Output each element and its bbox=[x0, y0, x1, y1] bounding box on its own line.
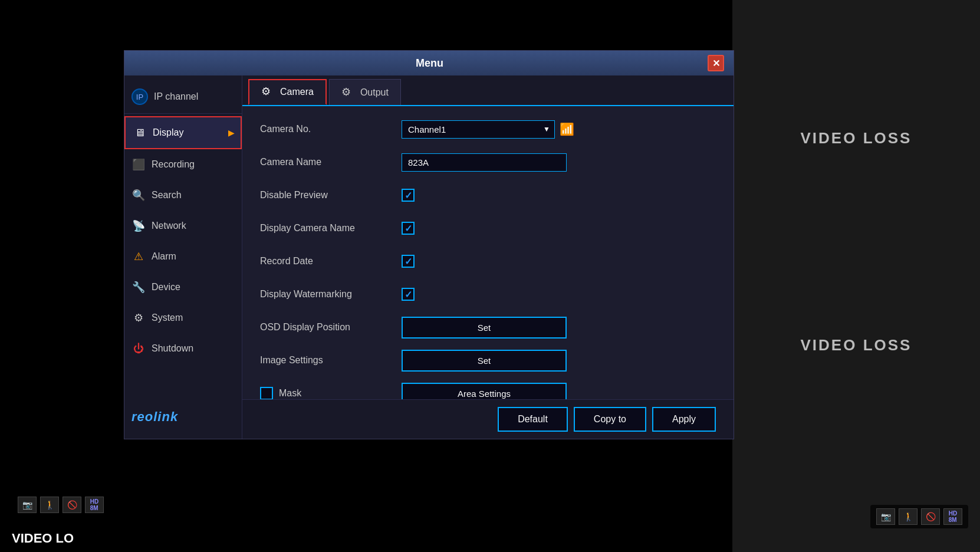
display-camera-name-checkbox[interactable] bbox=[402, 222, 415, 235]
camera-tab-icon: ⚙ bbox=[261, 85, 275, 99]
sidebar-item-label-system: System bbox=[152, 313, 183, 323]
status-icons-right: 📷 🚶 🚫 HD8M bbox=[870, 505, 968, 528]
sidebar-item-search[interactable]: 🔍 Search bbox=[124, 180, 242, 211]
mask-section-label: Mask bbox=[260, 387, 402, 399]
sidebar-item-ip-channel[interactable]: IP IP channel bbox=[124, 80, 242, 114]
recording-icon: ⬛ bbox=[131, 157, 146, 172]
network-icon: 📡 bbox=[131, 219, 146, 233]
osd-position-row: OSD Display Position Set bbox=[260, 316, 716, 339]
person-icon-br: 🚶 bbox=[899, 508, 917, 525]
bg-mid-right-panel: VIDEO LOSS bbox=[732, 276, 980, 414]
camera-icon: 📷 bbox=[18, 497, 37, 513]
record-date-row: Record Date bbox=[260, 250, 716, 272]
sidebar-item-network[interactable]: 📡 Network bbox=[124, 211, 242, 241]
camera-icon-br: 📷 bbox=[876, 508, 895, 525]
display-camera-name-label: Display Camera Name bbox=[260, 223, 402, 234]
display-watermarking-checkbox[interactable] bbox=[402, 288, 415, 301]
display-arrow-icon: ▶ bbox=[228, 128, 235, 137]
main-panel: ⚙ Camera ⚙ Output Camera No. Channel1 bbox=[242, 75, 734, 439]
display-watermarking-label: Display Watermarking bbox=[260, 289, 402, 300]
sidebar-item-label-alarm: Alarm bbox=[152, 251, 176, 262]
default-button[interactable]: Default bbox=[498, 407, 568, 432]
sidebar-item-label-network: Network bbox=[152, 221, 186, 231]
close-button[interactable]: ✕ bbox=[708, 55, 724, 71]
sidebar-item-label-device: Device bbox=[152, 282, 180, 293]
hd-icon: HD8M bbox=[85, 497, 104, 513]
display-watermarking-control bbox=[402, 288, 716, 301]
disable-preview-control bbox=[402, 189, 716, 202]
sidebar-item-device[interactable]: 🔧 Device bbox=[124, 272, 242, 303]
output-tab-icon: ⚙ bbox=[341, 86, 356, 100]
camera-name-label: Camera Name bbox=[260, 157, 402, 167]
ip-channel-icon: IP bbox=[131, 88, 148, 105]
record-date-label: Record Date bbox=[260, 256, 402, 267]
system-icon: ⚙ bbox=[131, 311, 146, 325]
sidebar: IP IP channel 🖥 Display ▶ ⬛ Recording 🔍 … bbox=[124, 75, 242, 439]
sidebar-item-label-search: Search bbox=[152, 190, 182, 201]
tabs-bar: ⚙ Camera ⚙ Output bbox=[242, 75, 734, 106]
status-icons-left: 📷 🚶 🚫 HD8M bbox=[12, 493, 110, 517]
display-icon: 🖥 bbox=[133, 126, 147, 140]
sidebar-item-recording[interactable]: ⬛ Recording bbox=[124, 149, 242, 180]
sidebar-item-display[interactable]: 🖥 Display ▶ bbox=[124, 116, 242, 149]
sidebar-item-label-display: Display bbox=[153, 127, 183, 138]
dialog-title: Menu bbox=[152, 57, 708, 70]
camera-no-label: Camera No. bbox=[260, 124, 402, 134]
area-settings-button[interactable]: Area Settings bbox=[402, 383, 567, 400]
mask-row: Mask Area Settings bbox=[260, 382, 716, 399]
search-icon: 🔍 bbox=[131, 188, 146, 202]
alarm-icon: ⚠ bbox=[131, 249, 146, 264]
dialog-footer: Default Copy to Apply bbox=[242, 399, 734, 439]
tab-camera-label: Camera bbox=[280, 87, 314, 97]
no-icon-br: 🚫 bbox=[921, 508, 940, 525]
bg-top-right-panel: VIDEO LOSS bbox=[732, 0, 980, 276]
sidebar-item-system[interactable]: ⚙ System bbox=[124, 303, 242, 333]
camera-no-select[interactable]: Channel1 Channel2 Channel3 Channel4 bbox=[402, 120, 555, 139]
shutdown-icon: ⏻ bbox=[131, 341, 146, 356]
dialog-titlebar: Menu ✕ bbox=[124, 51, 734, 75]
osd-position-control: Set bbox=[402, 317, 716, 339]
record-date-checkbox[interactable] bbox=[402, 255, 415, 268]
camera-no-control: Channel1 Channel2 Channel3 Channel4 ▼ 📶 bbox=[402, 120, 716, 139]
display-camera-name-control bbox=[402, 222, 716, 235]
bg-bot-right-panel bbox=[732, 414, 980, 552]
dialog-body: IP IP channel 🖥 Display ▶ ⬛ Recording 🔍 … bbox=[124, 75, 734, 439]
disable-preview-row: Disable Preview bbox=[260, 184, 716, 206]
sidebar-item-label-recording: Recording bbox=[152, 159, 195, 170]
tab-camera[interactable]: ⚙ Camera bbox=[248, 79, 327, 105]
display-camera-name-row: Display Camera Name bbox=[260, 217, 716, 239]
camera-no-row: Camera No. Channel1 Channel2 Channel3 Ch… bbox=[260, 118, 716, 140]
mask-label: Mask bbox=[279, 388, 301, 399]
camera-no-dropdown-container: Channel1 Channel2 Channel3 Channel4 ▼ bbox=[402, 120, 555, 139]
video-lo-label: VIDEO LO bbox=[12, 531, 74, 546]
display-watermarking-row: Display Watermarking bbox=[260, 283, 716, 305]
sidebar-item-alarm[interactable]: ⚠ Alarm bbox=[124, 241, 242, 272]
sidebar-item-shutdown[interactable]: ⏻ Shutdown bbox=[124, 333, 242, 364]
sidebar-item-label-shutdown: Shutdown bbox=[152, 343, 193, 354]
osd-set-button[interactable]: Set bbox=[402, 317, 567, 339]
image-settings-label: Image Settings bbox=[260, 355, 402, 366]
camera-name-row: Camera Name bbox=[260, 151, 716, 173]
main-dialog: Menu ✕ IP IP channel 🖥 Display ▶ ⬛ Recor… bbox=[124, 50, 734, 439]
osd-position-label: OSD Display Position bbox=[260, 322, 402, 333]
tab-output-label: Output bbox=[360, 87, 389, 98]
device-icon: 🔧 bbox=[131, 280, 146, 294]
hd-icon-br: HD8M bbox=[943, 508, 962, 525]
apply-button[interactable]: Apply bbox=[652, 407, 716, 432]
copy-to-button[interactable]: Copy to bbox=[574, 407, 646, 432]
no-icon: 🚫 bbox=[63, 497, 81, 513]
video-loss-mid-right: VIDEO LOSS bbox=[801, 336, 912, 354]
mask-control: Area Settings bbox=[402, 383, 716, 400]
mask-checkbox[interactable] bbox=[260, 387, 273, 399]
image-settings-row: Image Settings Set bbox=[260, 349, 716, 372]
sidebar-item-label-ip: IP channel bbox=[154, 91, 198, 102]
image-set-button[interactable]: Set bbox=[402, 350, 567, 372]
camera-name-input[interactable] bbox=[402, 153, 567, 172]
mask-label-group: Mask bbox=[260, 387, 402, 399]
tab-output[interactable]: ⚙ Output bbox=[329, 79, 401, 105]
camera-name-control bbox=[402, 153, 716, 172]
signal-icon: 📶 bbox=[560, 122, 574, 136]
person-icon: 🚶 bbox=[40, 497, 59, 513]
disable-preview-checkbox[interactable] bbox=[402, 189, 415, 202]
video-loss-top-right: VIDEO LOSS bbox=[801, 129, 912, 147]
